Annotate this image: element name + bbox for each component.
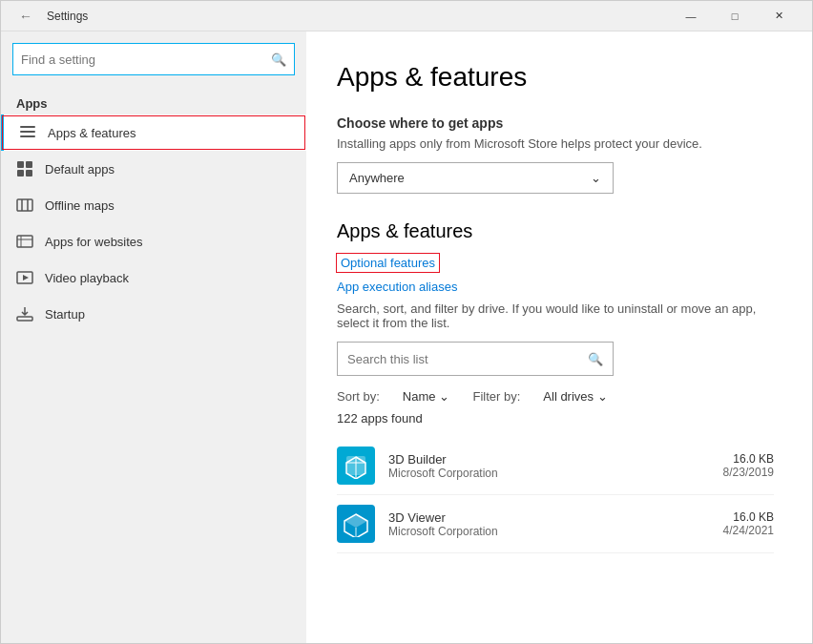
minimize-button[interactable]: — (669, 1, 713, 31)
app-company-3d-viewer: Microsoft Corporation (388, 525, 723, 538)
apps-websites-icon (16, 233, 33, 250)
app-info-3d-viewer: 3D Viewer Microsoft Corporation (388, 510, 723, 538)
sidebar-item-offline-maps[interactable]: Offline maps (1, 187, 306, 223)
default-apps-icon (16, 160, 33, 177)
app-name-3d-builder: 3D Builder (388, 452, 723, 467)
svg-marker-21 (344, 514, 367, 528)
title-bar-controls: — □ ✕ (669, 1, 801, 31)
svg-rect-6 (26, 170, 32, 177)
sidebar: 🔍 Apps Apps & features (1, 31, 306, 643)
app-execution-aliases-link[interactable]: App execution aliases (337, 280, 774, 294)
search-list-input[interactable] (347, 352, 588, 366)
choose-where-subtitle: Choose where to get apps (337, 115, 774, 131)
sort-filter-row: Sort by: Name ⌄ Filter by: All drives ⌄ (337, 389, 774, 404)
sidebar-item-video-playback[interactable]: Video playback (1, 260, 306, 296)
offline-maps-icon (16, 197, 33, 214)
back-button[interactable]: ← (12, 3, 39, 30)
app-info-3d-builder: 3D Builder Microsoft Corporation (388, 452, 723, 480)
sort-chevron-icon: ⌄ (439, 389, 449, 404)
svg-rect-10 (17, 236, 32, 247)
filter-value-button[interactable]: All drives ⌄ (543, 389, 608, 404)
app-size-3d-viewer: 16.0 KB (723, 510, 774, 524)
app-list: 3D Builder Microsoft Corporation 16.0 KB… (337, 437, 774, 553)
title-bar: ← Settings — □ ✕ (1, 1, 812, 31)
svg-rect-5 (17, 170, 24, 177)
apps-features-section-title: Apps & features (337, 220, 774, 242)
svg-rect-2 (20, 135, 35, 137)
anywhere-dropdown[interactable]: Anywhere ⌄ (337, 162, 614, 194)
title-bar-title: Settings (47, 10, 88, 23)
app-date-3d-viewer: 4/24/2021 (723, 524, 774, 537)
svg-rect-3 (17, 161, 24, 168)
startup-icon (16, 305, 33, 322)
optional-features-link[interactable]: Optional features (337, 254, 439, 272)
main-content: Apps & features Choose where to get apps… (306, 31, 812, 643)
apps-found-count: 122 apps found (337, 411, 774, 426)
svg-rect-4 (26, 161, 32, 168)
app-icon-3d-builder (337, 447, 375, 485)
app-size-3d-builder: 16.0 KB (723, 452, 774, 466)
maximize-button[interactable]: □ (713, 1, 757, 31)
svg-rect-7 (17, 199, 32, 211)
sidebar-item-apps-features[interactable]: Apps & features (1, 114, 306, 151)
search-list-box[interactable]: 🔍 (337, 342, 614, 376)
sidebar-item-startup[interactable]: Startup (1, 296, 306, 332)
app-company-3d-builder: Microsoft Corporation (388, 467, 723, 480)
svg-rect-0 (20, 126, 35, 128)
sidebar-item-apps-features-label: Apps & features (48, 126, 136, 140)
choose-where-description: Installing apps only from Microsoft Stor… (337, 136, 774, 151)
filter-label: Filter by: (472, 389, 520, 404)
search-box[interactable]: 🔍 (12, 43, 295, 75)
app-item-3d-viewer[interactable]: 3D Viewer Microsoft Corporation 16.0 KB … (337, 495, 774, 553)
content-area: 🔍 Apps Apps & features (1, 31, 812, 643)
video-playback-icon (16, 269, 33, 286)
app-icon-3d-viewer (337, 505, 375, 543)
search-icon: 🔍 (271, 52, 286, 67)
app-date-3d-builder: 8/23/2019 (723, 466, 774, 479)
apps-features-icon (19, 124, 36, 141)
title-bar-left: ← Settings (12, 3, 669, 30)
dropdown-value: Anywhere (349, 171, 405, 185)
svg-marker-14 (23, 275, 29, 280)
svg-rect-1 (20, 131, 35, 133)
app-name-3d-viewer: 3D Viewer (388, 510, 723, 525)
sidebar-item-default-apps-label: Default apps (45, 162, 115, 177)
sidebar-item-video-playback-label: Video playback (45, 271, 129, 285)
app-meta-3d-viewer: 16.0 KB 4/24/2021 (723, 510, 774, 537)
settings-window: ← Settings — □ ✕ 🔍 Apps (0, 0, 813, 644)
sidebar-item-default-apps[interactable]: Default apps (1, 151, 306, 187)
search-list-icon: 🔍 (588, 352, 603, 366)
search-description: Search, sort, and filter by drive. If yo… (337, 301, 774, 330)
search-input[interactable] (21, 52, 271, 67)
page-title: Apps & features (337, 62, 774, 93)
sidebar-section-label: Apps (1, 91, 306, 114)
sort-value-button[interactable]: Name ⌄ (403, 389, 450, 404)
sidebar-item-startup-label: Startup (45, 307, 85, 322)
app-item-3d-builder[interactable]: 3D Builder Microsoft Corporation 16.0 KB… (337, 437, 774, 495)
sidebar-item-apps-websites-label: Apps for websites (45, 235, 143, 249)
filter-chevron-icon: ⌄ (597, 389, 608, 404)
sidebar-item-offline-maps-label: Offline maps (45, 198, 115, 213)
app-meta-3d-builder: 16.0 KB 8/23/2019 (723, 452, 774, 479)
close-button[interactable]: ✕ (757, 1, 801, 31)
svg-rect-15 (17, 317, 32, 321)
sort-label: Sort by: (337, 389, 380, 404)
dropdown-chevron-icon: ⌄ (591, 171, 601, 185)
sidebar-item-apps-websites[interactable]: Apps for websites (1, 223, 306, 260)
